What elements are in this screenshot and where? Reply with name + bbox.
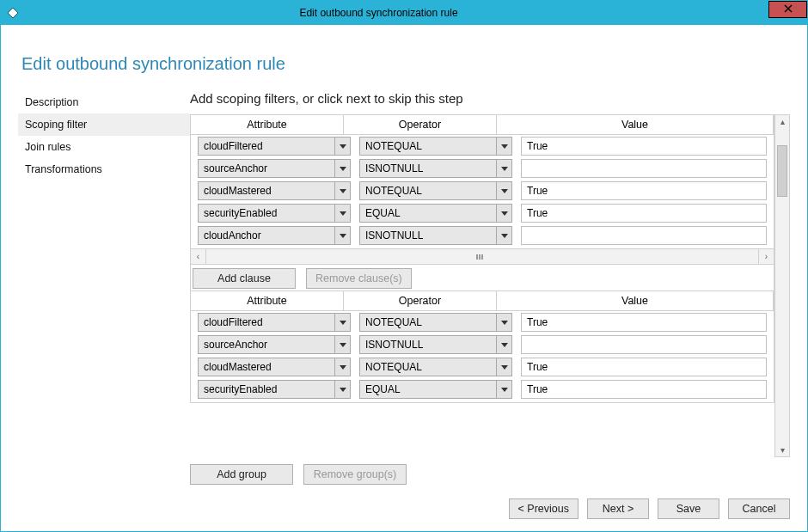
value-input[interactable]: True	[521, 313, 767, 332]
value-input[interactable]: True	[521, 380, 767, 399]
operator-dropdown[interactable]: NOTEQUAL	[359, 181, 512, 200]
filter-group: Attribute Operator Value cloudFiltered N…	[190, 114, 774, 291]
chevron-down-icon[interactable]	[496, 160, 511, 177]
attribute-dropdown[interactable]: sourceAnchor	[198, 335, 351, 354]
chevron-down-icon[interactable]	[334, 358, 350, 376]
chevron-down-icon[interactable]	[334, 205, 350, 222]
grid-header: Attribute Operator Value	[191, 115, 774, 135]
dropdown-text: sourceAnchor	[199, 336, 334, 353]
dropdown-text: ISNOTNULL	[360, 160, 496, 177]
filter-groups: Attribute Operator Value cloudFiltered N…	[190, 114, 774, 457]
page-title: Edit outbound synchronization rule	[21, 54, 790, 74]
instruction-text: Add scoping filters, or click next to sk…	[190, 91, 790, 106]
dropdown-text: cloudFiltered	[199, 314, 334, 331]
chevron-down-icon[interactable]	[496, 381, 511, 398]
operator-dropdown[interactable]: ISNOTNULL	[359, 335, 512, 354]
scroll-track[interactable]	[777, 128, 787, 443]
chevron-down-icon[interactable]	[334, 160, 350, 177]
sidebar-item-join-rules[interactable]: Join rules	[18, 136, 190, 158]
filter-row: cloudMastered NOTEQUAL True	[193, 181, 772, 200]
attribute-dropdown[interactable]: cloudAnchor	[198, 226, 351, 245]
previous-button[interactable]: < Previous	[509, 498, 578, 519]
scroll-down-arrow[interactable]: ▾	[775, 443, 789, 456]
add-group-button[interactable]: Add group	[190, 464, 293, 485]
chevron-down-icon[interactable]	[496, 358, 511, 376]
chevron-down-icon[interactable]	[496, 182, 511, 199]
attribute-dropdown[interactable]: securityEnabled	[198, 204, 351, 223]
value-input[interactable]	[521, 159, 767, 178]
attribute-dropdown[interactable]: cloudFiltered	[198, 137, 351, 156]
col-header-attribute: Attribute	[191, 291, 344, 311]
operator-dropdown[interactable]: NOTEQUAL	[359, 313, 512, 332]
remove-groups-button[interactable]: Remove group(s)	[303, 464, 407, 485]
filter-row: cloudAnchor ISNOTNULL	[193, 226, 772, 245]
chevron-down-icon[interactable]	[334, 138, 350, 155]
dropdown-text: cloudAnchor	[199, 227, 334, 244]
add-clause-button[interactable]: Add clause	[193, 268, 296, 289]
grid-body: cloudFiltered NOTEQUAL True sourceAnchor…	[191, 135, 774, 245]
col-header-value: Value	[497, 291, 774, 311]
chevron-down-icon[interactable]	[334, 182, 350, 199]
save-button[interactable]: Save	[658, 498, 719, 519]
next-button[interactable]: Next >	[587, 498, 649, 519]
filter-row: cloudMastered NOTEQUAL True	[193, 358, 772, 376]
remove-clauses-button[interactable]: Remove clause(s)	[306, 268, 412, 289]
chevron-down-icon[interactable]	[334, 336, 350, 353]
filter-row: cloudFiltered NOTEQUAL True	[193, 313, 772, 332]
value-input[interactable]	[521, 335, 767, 354]
sidebar-item-transformations[interactable]: Transformations	[18, 158, 190, 180]
scroll-thumb[interactable]	[777, 145, 787, 197]
dropdown-text: NOTEQUAL	[360, 138, 496, 155]
chevron-down-icon[interactable]	[496, 227, 511, 244]
vertical-scrollbar[interactable]: ▴ ▾	[774, 114, 790, 457]
scroll-grip-icon	[476, 254, 488, 260]
operator-dropdown[interactable]: EQUAL	[359, 380, 512, 399]
content-area: Edit outbound synchronization rule Descr…	[1, 25, 807, 531]
scroll-track[interactable]	[206, 249, 758, 264]
dropdown-text: securityEnabled	[199, 205, 334, 222]
clause-buttons: Add clause Remove clause(s)	[191, 264, 774, 290]
wizard-footer: < Previous Next > Save Cancel	[190, 485, 790, 519]
chevron-down-icon[interactable]	[496, 314, 511, 331]
horizontal-scrollbar[interactable]: ‹ ›	[191, 248, 774, 264]
filter-group: Attribute Operator Value cloudFiltered N…	[190, 291, 774, 403]
operator-dropdown[interactable]: ISNOTNULL	[359, 159, 512, 178]
chevron-down-icon[interactable]	[496, 138, 511, 155]
operator-dropdown[interactable]: NOTEQUAL	[359, 137, 512, 156]
operator-dropdown[interactable]: NOTEQUAL	[359, 358, 512, 376]
filter-row: securityEnabled EQUAL True	[193, 204, 772, 223]
attribute-dropdown[interactable]: cloudMastered	[198, 358, 351, 376]
operator-dropdown[interactable]: ISNOTNULL	[359, 226, 512, 245]
value-input[interactable]: True	[521, 181, 767, 200]
operator-dropdown[interactable]: EQUAL	[359, 204, 512, 223]
scroll-right-arrow[interactable]: ›	[758, 249, 774, 264]
chevron-down-icon[interactable]	[496, 336, 511, 353]
sidebar-item-scoping-filter[interactable]: Scoping filter	[18, 113, 190, 136]
value-input[interactable]	[521, 226, 767, 245]
value-input[interactable]: True	[521, 137, 767, 156]
dropdown-text: securityEnabled	[199, 381, 334, 398]
col-header-operator: Operator	[344, 291, 497, 311]
grid-body: cloudFiltered NOTEQUAL True sourceAnchor…	[191, 311, 774, 399]
attribute-dropdown[interactable]: sourceAnchor	[198, 159, 351, 178]
chevron-down-icon[interactable]	[334, 381, 350, 398]
col-header-value: Value	[497, 115, 774, 135]
chevron-down-icon[interactable]	[334, 314, 350, 331]
sidebar-item-description[interactable]: Description	[18, 91, 190, 113]
close-button[interactable]	[768, 1, 807, 18]
value-input[interactable]: True	[521, 358, 767, 376]
dropdown-text: sourceAnchor	[199, 160, 334, 177]
cancel-button[interactable]: Cancel	[728, 498, 790, 519]
scroll-left-arrow[interactable]: ‹	[191, 249, 206, 264]
attribute-dropdown[interactable]: cloudMastered	[198, 181, 351, 200]
attribute-dropdown[interactable]: securityEnabled	[198, 380, 351, 399]
attribute-dropdown[interactable]: cloudFiltered	[198, 313, 351, 332]
columns: Description Scoping filter Join rules Tr…	[18, 91, 790, 519]
value-input[interactable]: True	[521, 204, 767, 223]
chevron-down-icon[interactable]	[334, 227, 350, 244]
dropdown-text: NOTEQUAL	[360, 314, 496, 331]
chevron-down-icon[interactable]	[496, 205, 511, 222]
app-window: Edit outbound synchronization rule Edit …	[0, 0, 808, 532]
sidebar: Description Scoping filter Join rules Tr…	[18, 91, 190, 519]
scroll-up-arrow[interactable]: ▴	[775, 115, 789, 128]
